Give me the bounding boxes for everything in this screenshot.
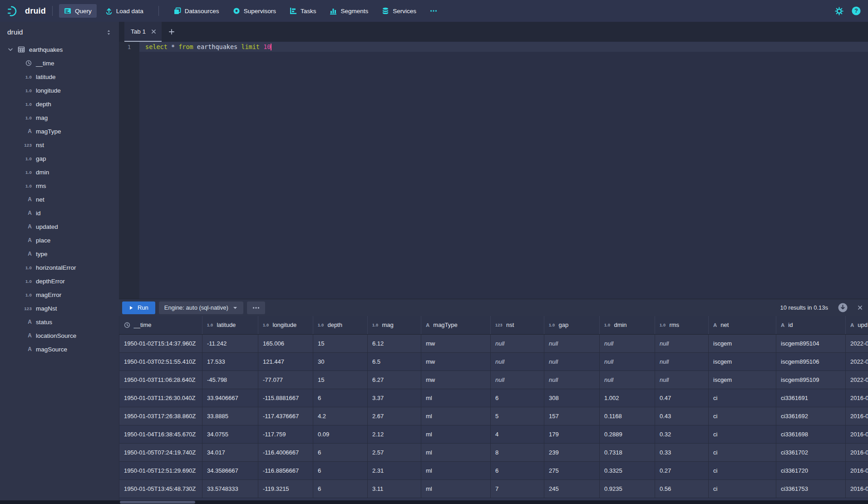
table-cell[interactable]: null — [600, 352, 655, 371]
nav-item-segments[interactable]: Segments — [325, 4, 373, 18]
table-cell[interactable]: 4 — [491, 425, 544, 443]
table-cell[interactable]: 239 — [544, 443, 600, 461]
nav-item-services[interactable]: Services — [377, 4, 421, 18]
schema-column-updated[interactable]: Aupdated — [0, 220, 119, 233]
tab-1[interactable]: Tab 1 — [124, 22, 162, 42]
table-cell[interactable]: ci — [709, 389, 776, 407]
nav-item-load-data[interactable]: Load data — [100, 4, 148, 18]
table-cell[interactable]: 2.67 — [368, 407, 421, 425]
table-cell[interactable]: ci3361698 — [776, 425, 846, 443]
table-cell[interactable]: 2022-0 — [846, 371, 868, 389]
table-cell[interactable]: ml — [421, 389, 491, 407]
column-header-depth[interactable]: 1.0depth — [313, 316, 368, 334]
table-cell[interactable]: 33.5748333 — [202, 479, 258, 498]
horizontal-scrollbar-thumb[interactable] — [120, 501, 195, 504]
table-cell[interactable]: -77.077 — [258, 371, 313, 389]
table-cell[interactable]: 6 — [313, 479, 368, 498]
table-cell[interactable]: 3.11 — [368, 479, 421, 498]
table-cell[interactable]: 5 — [491, 407, 544, 425]
table-cell[interactable]: null — [655, 352, 709, 371]
table-cell[interactable]: 2022-0 — [846, 334, 868, 352]
table-cell[interactable]: 245 — [544, 479, 600, 498]
table-cell[interactable]: ml — [421, 461, 491, 479]
table-cell[interactable]: null — [491, 334, 544, 352]
table-cell[interactable]: 8 — [491, 443, 544, 461]
table-cell[interactable]: 6.12 — [368, 334, 421, 352]
table-cell[interactable]: ml — [421, 479, 491, 498]
column-header-mag[interactable]: 1.0mag — [368, 316, 421, 334]
nav-item-tasks[interactable]: Tasks — [285, 4, 321, 18]
table-cell[interactable]: iscgem — [709, 334, 776, 352]
schema-column-magType[interactable]: AmagType — [0, 124, 119, 138]
sql-code-line[interactable]: select * from earthquakes limit 10 — [139, 42, 868, 52]
table-cell[interactable]: 2016-0 — [846, 407, 868, 425]
column-header-longitude[interactable]: 1.0longitude — [258, 316, 313, 334]
table-cell[interactable]: 1950-01-05T13:45:48.730Z — [119, 479, 202, 498]
schema-column-latitude[interactable]: 1.0latitude — [0, 70, 119, 84]
table-cell[interactable]: 30 — [313, 352, 368, 371]
schema-column-type[interactable]: Atype — [0, 247, 119, 261]
table-cell[interactable]: 179 — [544, 425, 600, 443]
table-cell[interactable]: ci — [709, 407, 776, 425]
table-cell[interactable]: 308 — [544, 389, 600, 407]
table-cell[interactable]: 6 — [313, 389, 368, 407]
engine-select[interactable]: Engine: auto (sql-native) — [159, 301, 243, 314]
table-cell[interactable]: 15 — [313, 371, 368, 389]
table-cell[interactable]: 0.27 — [655, 461, 709, 479]
table-cell[interactable]: 34.017 — [202, 443, 258, 461]
table-cell[interactable]: 275 — [544, 461, 600, 479]
close-tab-icon[interactable] — [151, 29, 156, 34]
schema-column-__time[interactable]: __time — [0, 56, 119, 70]
table-cell[interactable]: 0.09 — [313, 425, 368, 443]
schema-column-locationSource[interactable]: AlocationSource — [0, 329, 119, 342]
table-cell[interactable]: -119.3215 — [258, 479, 313, 498]
table-cell[interactable]: 2016-0 — [846, 389, 868, 407]
schema-column-status[interactable]: Astatus — [0, 315, 119, 329]
table-cell[interactable]: null — [491, 352, 544, 371]
nav-item-supervisors[interactable]: Supervisors — [228, 4, 281, 18]
table-cell[interactable]: 34.3586667 — [202, 461, 258, 479]
column-header-latitude[interactable]: 1.0latitude — [202, 316, 258, 334]
schema-column-horizontalError[interactable]: 1.0horizontalError — [0, 261, 119, 274]
table-cell[interactable]: 2022-0 — [846, 352, 868, 371]
table-cell[interactable]: 0.3325 — [600, 461, 655, 479]
table-cell[interactable]: mw — [421, 371, 491, 389]
table-cell[interactable]: 6.5 — [368, 352, 421, 371]
table-cell[interactable]: 2016-0 — [846, 479, 868, 498]
table-cell[interactable]: 1950-01-05T12:51:29.690Z — [119, 461, 202, 479]
schema-column-magSource[interactable]: AmagSource — [0, 342, 119, 356]
column-header-upd[interactable]: Aupd — [846, 316, 868, 334]
table-cell[interactable]: null — [655, 371, 709, 389]
settings-gear-icon[interactable] — [835, 7, 843, 15]
table-cell[interactable]: iscgem895106 — [776, 352, 846, 371]
table-cell[interactable]: ci3361753 — [776, 479, 846, 498]
column-header-net[interactable]: Anet — [709, 316, 776, 334]
table-cell[interactable]: 157 — [544, 407, 600, 425]
table-cell[interactable]: 121.447 — [258, 352, 313, 371]
chevron-down-icon[interactable] — [7, 46, 14, 53]
table-cell[interactable]: 0.33 — [655, 443, 709, 461]
table-cell[interactable]: null — [544, 371, 600, 389]
table-cell[interactable]: ml — [421, 425, 491, 443]
table-cell[interactable]: 2.31 — [368, 461, 421, 479]
table-cell[interactable]: null — [600, 334, 655, 352]
druid-logo[interactable]: druid — [7, 5, 46, 18]
table-cell[interactable]: 0.56 — [655, 479, 709, 498]
schema-column-place[interactable]: Aplace — [0, 233, 119, 247]
table-cell[interactable]: 1950-01-03T11:26:30.040Z — [119, 389, 202, 407]
table-cell[interactable]: -115.8881667 — [258, 389, 313, 407]
table-cell[interactable]: iscgem — [709, 352, 776, 371]
schema-column-nst[interactable]: 123nst — [0, 138, 119, 152]
run-button[interactable]: Run — [122, 301, 155, 314]
schema-column-depth[interactable]: 1.0depth — [0, 97, 119, 111]
schema-column-rms[interactable]: 1.0rms — [0, 179, 119, 193]
table-cell[interactable]: mw — [421, 334, 491, 352]
table-cell[interactable]: null — [655, 334, 709, 352]
table-cell[interactable]: 0.47 — [655, 389, 709, 407]
schema-column-dmin[interactable]: 1.0dmin — [0, 165, 119, 179]
table-cell[interactable]: 1950-01-02T15:14:37.960Z — [119, 334, 202, 352]
table-cell[interactable]: 6.27 — [368, 371, 421, 389]
sort-columns-icon[interactable] — [106, 30, 112, 35]
table-cell[interactable]: 6 — [313, 443, 368, 461]
table-cell[interactable]: 34.0755 — [202, 425, 258, 443]
